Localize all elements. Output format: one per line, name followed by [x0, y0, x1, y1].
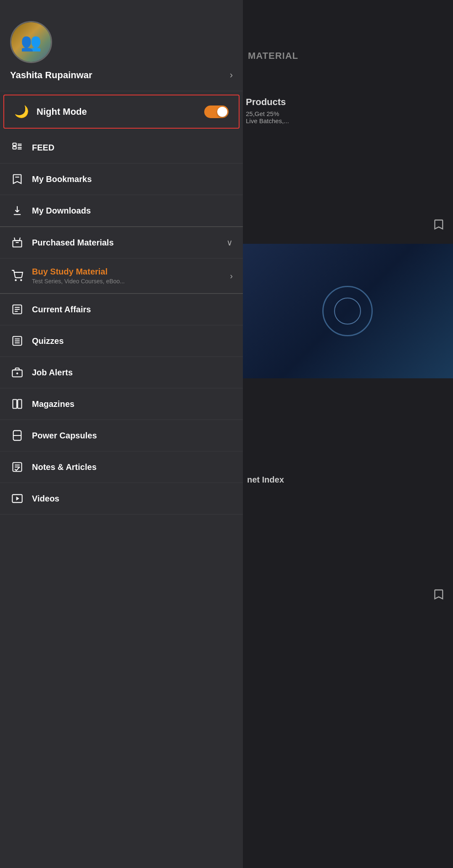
current-affairs-label: Current Affairs: [32, 305, 233, 314]
sidebar-drawer: 👥 Yashita Rupainwar › 🌙 Night Mode FEED: [0, 0, 243, 868]
background-material-label: MATERIAL: [248, 50, 298, 61]
bookmarks-label: My Bookmarks: [32, 174, 233, 184]
buy-study-chevron: ›: [230, 271, 233, 281]
profile-row: Yashita Rupainwar ›: [10, 70, 233, 81]
feed-content: FEED: [32, 143, 233, 153]
night-mode-row[interactable]: 🌙 Night Mode: [3, 95, 240, 129]
purchased-label: Purchased Materials: [32, 238, 219, 248]
sidebar-item-power-capsules[interactable]: Power Capsules: [0, 420, 243, 451]
power-capsules-icon: [10, 428, 24, 443]
current-affairs-content: Current Affairs: [32, 305, 233, 314]
svg-rect-22: [13, 400, 17, 409]
purchased-content: Purchased Materials: [32, 238, 219, 248]
background-right-panel: [242, 0, 453, 868]
sidebar-item-downloads[interactable]: My Downloads: [0, 195, 243, 227]
bookmarks-content: My Bookmarks: [32, 174, 233, 184]
background-net-index: net Index: [247, 475, 284, 485]
magazines-icon: [10, 397, 24, 411]
sidebar-item-notes-articles[interactable]: Notes & Articles: [0, 451, 243, 483]
notes-articles-label: Notes & Articles: [32, 462, 233, 472]
avatar[interactable]: 👥: [10, 21, 52, 63]
job-alerts-content: Job Alerts: [32, 368, 233, 377]
bookmarks-icon: [10, 172, 24, 186]
svg-point-9: [15, 280, 16, 280]
bookmark-icon-top[interactable]: [433, 219, 445, 232]
svg-rect-23: [18, 400, 21, 409]
power-capsules-content: Power Capsules: [32, 431, 233, 441]
night-mode-toggle[interactable]: [204, 106, 229, 118]
notes-articles-content: Notes & Articles: [32, 462, 233, 472]
svg-point-10: [21, 280, 21, 280]
svg-rect-1: [13, 147, 16, 149]
products-subtitle: 25,Get 25%Live Batches,...: [246, 110, 289, 124]
night-mode-left: 🌙 Night Mode: [14, 105, 87, 119]
current-affairs-icon: [10, 302, 24, 317]
downloads-icon: [10, 203, 24, 218]
sidebar-item-feed[interactable]: FEED: [0, 132, 243, 164]
magazines-content: Magazines: [32, 399, 233, 409]
buy-study-label: Buy Study Material: [32, 267, 222, 277]
tech-circle-decoration: [322, 286, 373, 336]
feed-icon: [10, 140, 24, 155]
profile-name: Yashita Rupainwar: [10, 70, 92, 81]
profile-chevron-right[interactable]: ›: [230, 70, 233, 81]
night-mode-label: Night Mode: [37, 106, 87, 117]
bookmark-icon-bottom[interactable]: [433, 588, 445, 602]
purchased-icon: [10, 235, 24, 250]
sidebar-item-videos[interactable]: Videos: [0, 483, 243, 514]
downloads-content: My Downloads: [32, 206, 233, 216]
sidebar-item-quizzes[interactable]: Quizzes: [0, 325, 243, 357]
downloads-label: My Downloads: [32, 206, 233, 216]
power-capsules-label: Power Capsules: [32, 431, 233, 441]
quizzes-icon: [10, 334, 24, 348]
profile-section: 👥 Yashita Rupainwar ›: [0, 0, 243, 91]
job-alerts-icon: [10, 365, 24, 380]
sidebar-item-bookmarks[interactable]: My Bookmarks: [0, 164, 243, 195]
svg-rect-7: [13, 240, 22, 247]
videos-icon: [10, 491, 24, 506]
job-alerts-label: Job Alerts: [32, 368, 233, 377]
svg-rect-0: [13, 143, 16, 146]
notes-icon: [10, 460, 24, 474]
sidebar-item-job-alerts[interactable]: Job Alerts: [0, 357, 243, 388]
cart-icon: [10, 269, 24, 283]
avatar-image: 👥: [11, 22, 51, 62]
feed-label: FEED: [32, 143, 233, 153]
purchased-chevron-down: ∨: [226, 237, 233, 248]
sidebar-item-magazines[interactable]: Magazines: [0, 388, 243, 420]
videos-label: Videos: [32, 494, 233, 504]
videos-content: Videos: [32, 494, 233, 504]
sidebar-item-buy-study[interactable]: Buy Study Material Test Series, Video Co…: [0, 259, 243, 293]
moon-icon: 🌙: [14, 105, 29, 119]
background-tech-image: [242, 244, 453, 378]
buy-study-content: Buy Study Material Test Series, Video Co…: [32, 267, 222, 285]
magazines-label: Magazines: [32, 399, 233, 409]
buy-study-sublabel: Test Series, Video Courses, eBoo...: [32, 278, 222, 285]
sidebar-item-current-affairs[interactable]: Current Affairs: [0, 294, 243, 325]
menu-list: FEED My Bookmarks My Downloads: [0, 132, 243, 514]
background-products-section: Products 25,Get 25%Live Batches,...: [246, 97, 289, 124]
svg-marker-30: [16, 496, 19, 500]
quizzes-label: Quizzes: [32, 336, 233, 346]
quizzes-content: Quizzes: [32, 336, 233, 346]
products-title: Products: [246, 97, 289, 108]
sidebar-item-purchased[interactable]: Purchased Materials ∨: [0, 227, 243, 259]
